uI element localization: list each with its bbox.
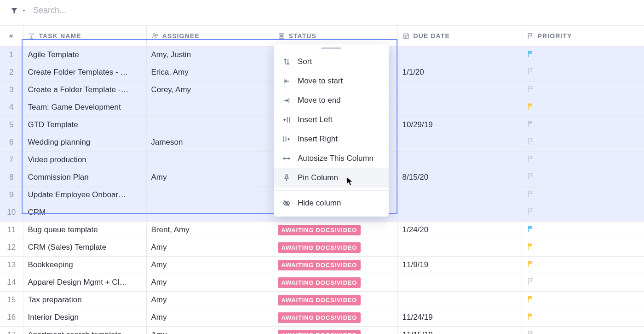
menu-move-end[interactable]: Move to end <box>274 91 389 110</box>
cell-due-date[interactable]: 11/15/19 <box>397 326 522 334</box>
cell-assignee[interactable]: Corey, Amy <box>146 81 273 99</box>
row-number[interactable]: 5 <box>0 116 23 134</box>
cell-task-name[interactable]: Wedding planning <box>23 134 146 151</box>
menu-sort[interactable]: Sort <box>274 52 389 71</box>
cell-due-date[interactable]: 8/15/20 <box>397 169 522 186</box>
col-due-date[interactable]: 31 DUE DATE <box>397 26 522 46</box>
cell-status[interactable]: AWAITING DOCS/VIDEO <box>273 274 397 291</box>
col-number[interactable]: # <box>0 26 23 46</box>
row-number[interactable]: 6 <box>0 134 23 151</box>
row-number[interactable]: 2 <box>0 64 23 81</box>
cell-due-date[interactable]: 1/1/20 <box>397 64 522 81</box>
col-assignee[interactable]: ASSIGNEE <box>146 26 273 46</box>
cell-due-date[interactable]: 11/24/19 <box>397 309 522 326</box>
cell-task-name[interactable]: Create Folder Templates - … <box>23 64 146 81</box>
table-row[interactable]: 14Apparel Design Mgmt + Cl…AmyAWAITING D… <box>0 274 644 291</box>
cell-assignee[interactable] <box>146 116 273 134</box>
cell-status[interactable]: AWAITING DOCS/VIDEO <box>273 239 397 256</box>
cell-due-date[interactable] <box>397 186 522 204</box>
row-number[interactable]: 10 <box>0 204 23 221</box>
cell-due-date[interactable] <box>397 134 522 151</box>
cell-priority[interactable] <box>522 239 644 256</box>
row-number[interactable]: 4 <box>0 99 23 116</box>
cell-due-date[interactable]: 10/29/19 <box>397 116 522 134</box>
cell-priority[interactable] <box>522 309 644 326</box>
cell-due-date[interactable]: 11/9/19 <box>397 256 522 274</box>
cell-assignee[interactable]: Amy <box>146 326 273 334</box>
cell-priority[interactable] <box>522 256 644 274</box>
row-number[interactable]: 16 <box>0 309 23 326</box>
chevron-down-icon[interactable] <box>21 8 27 13</box>
cell-assignee[interactable]: Amy <box>146 256 273 274</box>
cell-assignee[interactable]: Amy <box>146 169 273 186</box>
cell-task-name[interactable]: Create a Folder Template -… <box>23 81 146 99</box>
cell-task-name[interactable]: CRM (Sales) Template <box>23 239 146 256</box>
row-number[interactable]: 11 <box>0 221 23 239</box>
cell-assignee[interactable]: Erica, Amy <box>146 64 273 81</box>
cell-priority[interactable] <box>522 204 644 221</box>
cell-due-date[interactable] <box>397 81 522 99</box>
row-number[interactable]: 3 <box>0 81 23 99</box>
cell-assignee[interactable] <box>146 186 273 204</box>
menu-insert-left[interactable]: Insert Left <box>274 110 389 129</box>
cell-priority[interactable] <box>522 186 644 204</box>
cell-task-name[interactable]: GTD Template <box>23 116 146 134</box>
cell-priority[interactable] <box>522 274 644 291</box>
cell-status[interactable]: AWAITING DOCS/VIDEO <box>273 326 397 334</box>
cell-task-name[interactable]: Video production <box>23 151 146 169</box>
cell-priority[interactable] <box>522 116 644 134</box>
table-row[interactable]: 11Bug queue templateBrent, AmyAWAITING D… <box>0 221 644 239</box>
cell-assignee[interactable] <box>146 151 273 169</box>
cell-assignee[interactable]: Amy <box>146 239 273 256</box>
cell-priority[interactable] <box>522 169 644 186</box>
cell-status[interactable]: AWAITING DOCS/VIDEO <box>273 291 397 309</box>
cell-assignee[interactable]: Jameson <box>146 134 273 151</box>
cell-assignee[interactable]: Brent, Amy <box>146 221 273 239</box>
cell-due-date[interactable] <box>397 99 522 116</box>
table-row[interactable]: 17Apartment search templateAmyAWAITING D… <box>0 326 644 334</box>
col-status[interactable]: STATUS <box>273 26 397 46</box>
col-task-name[interactable]: TASK NAME <box>23 26 146 46</box>
cell-priority[interactable] <box>522 326 644 334</box>
table-row[interactable]: 13BookkeepingAmyAWAITING DOCS/VIDEO11/9/… <box>0 256 644 274</box>
cell-assignee[interactable] <box>146 204 273 221</box>
menu-autosize[interactable]: Autosize This Column <box>274 149 389 168</box>
cell-task-name[interactable]: Bug queue template <box>23 221 146 239</box>
cell-status[interactable]: AWAITING DOCS/VIDEO <box>273 309 397 326</box>
cell-task-name[interactable]: Commission Plan <box>23 169 146 186</box>
cell-task-name[interactable]: Tax preparation <box>23 291 146 309</box>
menu-pin-column[interactable]: Pin Column <box>274 168 389 188</box>
cell-due-date[interactable] <box>397 274 522 291</box>
row-number[interactable]: 14 <box>0 274 23 291</box>
table-row[interactable]: 15Tax preparationAmyAWAITING DOCS/VIDEO <box>0 291 644 309</box>
cell-task-name[interactable]: Update Employee Onboar… <box>23 186 146 204</box>
col-priority[interactable]: PRIORITY <box>522 26 644 46</box>
cell-task-name[interactable]: Team: Game Development <box>23 99 146 116</box>
cell-priority[interactable] <box>522 46 644 64</box>
row-number[interactable]: 17 <box>0 326 23 334</box>
cell-due-date[interactable] <box>397 291 522 309</box>
cell-status[interactable]: AWAITING DOCS/VIDEO <box>273 256 397 274</box>
cell-due-date[interactable] <box>397 151 522 169</box>
cell-task-name[interactable]: Apparel Design Mgmt + Cl… <box>23 274 146 291</box>
row-number[interactable]: 15 <box>0 291 23 309</box>
row-number[interactable]: 1 <box>0 46 23 64</box>
cell-priority[interactable] <box>522 221 644 239</box>
cell-assignee[interactable]: Amy, Justin <box>146 46 273 64</box>
cell-assignee[interactable] <box>146 99 273 116</box>
row-number[interactable]: 12 <box>0 239 23 256</box>
cell-task-name[interactable]: CRM <box>23 204 146 221</box>
table-row[interactable]: 16Interior DesignAmyAWAITING DOCS/VIDEO1… <box>0 309 644 326</box>
row-number[interactable]: 9 <box>0 186 23 204</box>
row-number[interactable]: 7 <box>0 151 23 169</box>
cell-task-name[interactable]: Interior Design <box>23 309 146 326</box>
cell-task-name[interactable]: Agile Template <box>23 46 146 64</box>
cell-due-date[interactable] <box>397 204 522 221</box>
menu-move-start[interactable]: Move to start <box>274 71 389 91</box>
menu-insert-right[interactable]: Insert Right <box>274 129 389 149</box>
cell-due-date[interactable]: 1/24/20 <box>397 221 522 239</box>
cell-priority[interactable] <box>522 64 644 81</box>
cell-priority[interactable] <box>522 134 644 151</box>
row-number[interactable]: 8 <box>0 169 23 186</box>
filter-icon[interactable] <box>10 6 18 15</box>
